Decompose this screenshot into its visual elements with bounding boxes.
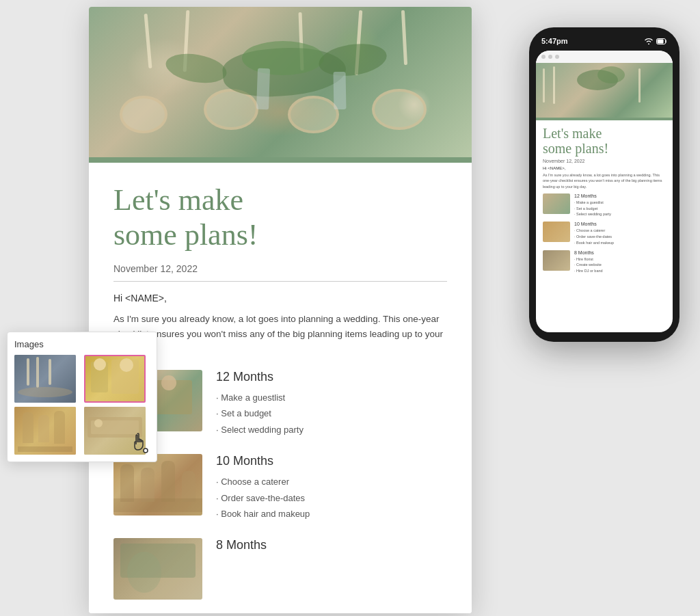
email-section-8months: 8 Months — [113, 538, 447, 600]
list-item: Select wedding party — [216, 422, 447, 438]
chrome-dot-1 — [541, 55, 546, 59]
mobile-section-title-8months: 8 Months — [574, 250, 603, 255]
images-grid — [14, 355, 150, 455]
chrome-dot-3 — [555, 55, 559, 59]
mobile-section-img-12months — [543, 193, 570, 214]
section-content-10months: 10 Months Choose a caterer Order save-th… — [216, 454, 447, 522]
section-content-12months: 12 Months Make a guestlist Set a budget … — [216, 370, 447, 438]
section-image-8months — [113, 538, 202, 600]
email-intro: As I'm sure you already know, a lot goes… — [113, 312, 447, 356]
list-item: Book hair and makeup — [216, 506, 447, 522]
email-section-12months: 12 Months Make a guestlist Set a budget … — [113, 370, 447, 438]
images-panel-title: Images — [14, 339, 150, 349]
mobile-list-item: · Select wedding party — [574, 211, 611, 217]
mobile-section-content-8months: 8 Months · Hire florist · Create website… — [574, 250, 603, 274]
mobile-section-list-8months: · Hire florist · Create website · Hire D… — [574, 256, 603, 274]
images-panel[interactable]: Images — [7, 332, 157, 462]
mobile-list-item: · Order save-the-dates — [574, 234, 614, 240]
svg-rect-2 — [658, 39, 664, 43]
mobile-section-title-12months: 12 Months — [574, 193, 611, 198]
list-item: Order save-the-dates — [216, 490, 447, 506]
mobile-greeting: Hi <NAME>, — [543, 166, 666, 170]
mobile-section-12months: 12 Months · Make a guestlist · Set a bud… — [543, 193, 666, 217]
section-content-8months: 8 Months — [216, 538, 447, 558]
mobile-title: Let's make some plans! — [543, 126, 666, 156]
mobile-section-list-12months: · Make a guestlist · Set a budget · Sele… — [574, 200, 611, 217]
mobile-section-img-8months — [543, 250, 570, 271]
mobile-status-bar: 5:47pm — [536, 37, 673, 51]
email-desktop-preview: Let's make some plans! November 12, 2022… — [89, 7, 472, 613]
mobile-section-img-10months — [543, 222, 570, 242]
mobile-section-content-12months: 12 Months · Make a guestlist · Set a bud… — [574, 193, 611, 217]
email-section-10months: 10 Months Choose a caterer Order save-th… — [113, 454, 447, 522]
svg-point-0 — [144, 448, 148, 453]
mobile-list-item: · Choose a caterer — [574, 228, 614, 234]
mobile-section-10months: 10 Months · Choose a caterer · Order sav… — [543, 222, 666, 245]
mobile-list-item: · Make a guestlist — [574, 200, 611, 206]
section-title-12months: 12 Months — [216, 370, 447, 384]
mobile-device: 5:47pm — [529, 27, 679, 342]
email-greeting: Hi <NAME>, — [113, 293, 447, 304]
email-accent-bar — [89, 157, 472, 163]
email-hero-image — [89, 7, 472, 157]
section-list-10months: Choose a caterer Order save-the-dates Bo… — [216, 474, 447, 522]
mobile-intro: As I'm sure you already know, a lot goes… — [543, 172, 666, 189]
image-thumbnail-1[interactable] — [14, 355, 76, 403]
image-thumbnail-2[interactable] — [84, 355, 146, 403]
mobile-time: 5:47pm — [541, 37, 568, 45]
mobile-body: Let's make some plans! November 12, 2022… — [536, 120, 673, 284]
wifi-icon — [644, 38, 654, 44]
mobile-list-item: · Book hair and makeup — [574, 240, 614, 246]
list-item: Set a budget — [216, 405, 447, 421]
mobile-section-content-10months: 10 Months · Choose a caterer · Order sav… — [574, 222, 614, 245]
mobile-section-8months: 8 Months · Hire florist · Create website… — [543, 250, 666, 274]
image-thumbnail-3[interactable] — [14, 407, 76, 455]
mobile-chrome-bar — [536, 51, 673, 63]
section-list-12months: Make a guestlist Set a budget Select wed… — [216, 390, 447, 438]
mobile-section-title-10months: 10 Months — [574, 222, 614, 226]
section-title-10months: 10 Months — [216, 454, 447, 468]
battery-icon — [656, 38, 667, 44]
mobile-list-item: · Hire DJ or band — [574, 268, 603, 274]
scene: Let's make some plans! November 12, 2022… — [0, 0, 700, 616]
mobile-section-list-10months: · Choose a caterer · Order save-the-date… — [574, 228, 614, 245]
email-title: Let's make some plans! — [113, 183, 447, 252]
cursor-hand-icon — [131, 433, 150, 455]
mobile-list-item: · Set a budget — [574, 206, 611, 212]
mobile-screen: Let's make some plans! November 12, 2022… — [536, 51, 673, 332]
section-image-10months — [113, 454, 202, 515]
mobile-list-item: · Hire florist — [574, 256, 603, 263]
mobile-list-item: · Create website — [574, 262, 603, 268]
mobile-status-icons — [644, 38, 667, 44]
section-title-8months: 8 Months — [216, 538, 447, 552]
list-item: Make a guestlist — [216, 390, 447, 405]
list-item: Choose a caterer — [216, 474, 447, 490]
mobile-hero-image — [536, 63, 673, 118]
mobile-date: November 12, 2022 — [543, 159, 666, 163]
email-date: November 12, 2022 — [113, 263, 447, 282]
chrome-dot-2 — [548, 55, 552, 59]
